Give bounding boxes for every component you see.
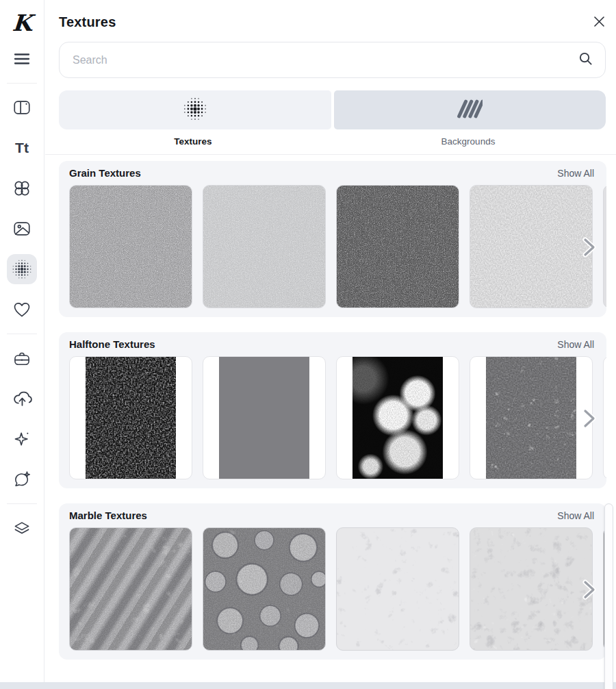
scroll-right-button[interactable] — [580, 408, 598, 431]
tab-textures[interactable] — [59, 90, 331, 129]
sidebar-divider — [7, 503, 37, 504]
texture-thumbnail[interactable] — [336, 356, 459, 479]
tab-labels: Textures Backgrounds — [55, 129, 606, 154]
search-icon[interactable] — [578, 51, 593, 68]
texture-thumbnail[interactable] — [603, 185, 606, 308]
cloud-upload-icon — [12, 388, 32, 409]
texture-carousel — [59, 527, 606, 651]
sidebar-item-feedback[interactable] — [7, 464, 37, 494]
show-all-link[interactable]: Show All — [557, 339, 594, 350]
elements-icon — [12, 179, 31, 198]
search-box — [59, 42, 606, 78]
panel-scrollbar[interactable] — [604, 503, 613, 689]
scroll-right-button[interactable] — [580, 237, 598, 260]
sidebar-item-photos[interactable] — [7, 214, 37, 244]
texture-carousel — [59, 356, 606, 479]
sidebar-item-projects[interactable] — [7, 343, 37, 373]
halftone-dots-icon — [182, 96, 208, 125]
halftone-dots-icon — [11, 258, 33, 280]
texture-thumbnail[interactable] — [470, 356, 593, 479]
section-marble-textures: Marble Textures Show All — [59, 503, 606, 660]
templates-icon — [12, 98, 31, 117]
texture-thumbnail[interactable] — [470, 527, 593, 651]
sidebar-item-elements[interactable] — [7, 173, 37, 203]
sidebar-item-ai[interactable] — [7, 424, 37, 454]
chevron-right-icon — [580, 408, 598, 429]
section-title: Grain Textures — [69, 167, 141, 179]
panel-header: Textures — [45, 0, 616, 30]
show-all-link[interactable]: Show All — [557, 510, 594, 521]
chat-sparkle-icon — [12, 470, 31, 489]
texture-thumbnail[interactable] — [336, 185, 459, 308]
tab-label-textures[interactable]: Textures — [55, 129, 331, 154]
section-title: Halftone Textures — [69, 338, 155, 350]
texture-thumbnail[interactable] — [69, 356, 192, 479]
chevron-right-icon — [580, 237, 598, 258]
tab-bar — [59, 90, 606, 129]
section-title: Marble Textures — [69, 510, 147, 521]
scroll-area: Grain Textures Show All — [45, 155, 616, 660]
textures-panel: Textures — [45, 0, 616, 682]
texture-thumbnail[interactable] — [470, 185, 593, 308]
kittl-logo[interactable]: K — [11, 10, 32, 37]
chevron-right-icon — [580, 579, 598, 600]
sidebar-item-templates[interactable] — [7, 92, 37, 123]
texture-thumbnail[interactable] — [203, 527, 326, 651]
photos-icon — [12, 219, 31, 238]
sidebar-item-uploads[interactable] — [7, 384, 37, 414]
texture-thumbnail[interactable] — [69, 527, 192, 651]
sidebar: K Tt — [0, 0, 44, 682]
search-input[interactable] — [73, 54, 578, 66]
sidebar-divider — [7, 334, 37, 334]
panel-title: Textures — [59, 14, 116, 30]
canvas-edge — [0, 682, 616, 689]
text-tool-icon: Tt — [15, 140, 29, 156]
close-button[interactable] — [593, 16, 605, 30]
sparkle-icon — [12, 429, 31, 449]
texture-thumbnail[interactable] — [603, 356, 606, 479]
texture-thumbnail[interactable] — [203, 356, 326, 479]
sidebar-divider — [7, 83, 37, 84]
sidebar-item-textures[interactable] — [7, 254, 37, 284]
close-icon — [593, 16, 605, 27]
scroll-right-button[interactable] — [580, 579, 598, 603]
texture-thumbnail[interactable] — [336, 527, 459, 651]
sidebar-item-layers[interactable] — [7, 513, 37, 543]
hamburger-menu-icon — [14, 51, 30, 67]
tab-label-backgrounds[interactable]: Backgrounds — [331, 129, 606, 154]
sidebar-item-favorites[interactable] — [7, 295, 37, 325]
section-halftone-textures: Halftone Textures Show All — [59, 332, 606, 488]
heart-icon — [12, 300, 31, 319]
menu-button[interactable] — [7, 44, 37, 74]
texture-thumbnail[interactable] — [69, 185, 192, 308]
texture-thumbnail[interactable] — [203, 185, 326, 308]
tab-backgrounds[interactable] — [334, 90, 606, 129]
briefcase-icon — [12, 349, 31, 368]
diagonal-stripes-icon — [457, 96, 483, 125]
section-grain-textures: Grain Textures Show All — [59, 161, 606, 317]
layers-icon — [12, 518, 31, 538]
show-all-link[interactable]: Show All — [557, 168, 594, 179]
sidebar-item-text[interactable]: Tt — [7, 133, 37, 163]
texture-carousel — [59, 185, 606, 308]
